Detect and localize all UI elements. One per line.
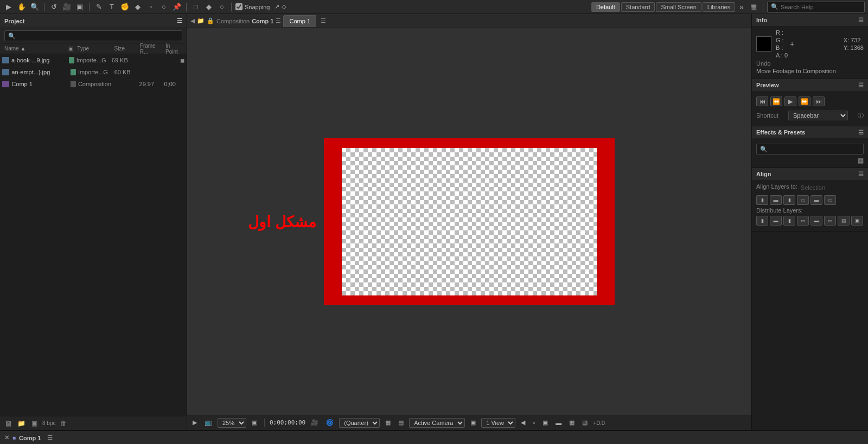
color-swatch[interactable] (756, 36, 771, 52)
quality-dropdown[interactable]: (Quarter) (339, 418, 380, 428)
new-comp-icon[interactable]: ▩ (3, 419, 13, 428)
distribute-label: Distribute Layers: (756, 207, 803, 214)
timeline-comp-icon: ■ (12, 435, 16, 441)
workspace-small-screen[interactable]: Small Screen (656, 2, 701, 12)
align-top-btn[interactable]: ▭ (797, 195, 809, 205)
snapping-icon-2[interactable]: ◇ (282, 3, 286, 10)
file-row[interactable]: a-book-...9.jpg Importe...G 69 KB ◼ (0, 54, 187, 66)
file-color-label (71, 69, 76, 75)
align-hcenter-btn[interactable]: ▬ (770, 195, 782, 205)
timeline-close-icon[interactable]: ✕ (4, 434, 9, 441)
effects-options-icon[interactable]: ▦ (756, 157, 864, 164)
workspace-standard[interactable]: Standard (621, 2, 655, 12)
snapping-checkbox[interactable] (235, 3, 242, 10)
comp-tab-comp1[interactable]: Comp 1 (283, 15, 316, 27)
prev-frame-btn[interactable]: ⏪ (770, 96, 782, 106)
skip-first-btn[interactable]: ⏮ (756, 96, 768, 106)
dist-left-btn[interactable]: ▮ (756, 216, 768, 226)
hand-tool-icon[interactable]: ✋ (16, 2, 27, 12)
camera-icon[interactable]: 🎥 (61, 2, 72, 12)
pen-tool-icon[interactable]: ✎ (93, 2, 104, 12)
color-icon-viewer[interactable]: 🌀 (324, 418, 336, 427)
workspace-default[interactable]: Default (591, 2, 620, 12)
dist-hcenter-btn[interactable]: ▬ (770, 216, 782, 226)
breadcrumb-menu-icon[interactable]: ☰ (276, 17, 281, 24)
top-toolbar: ▶ ✋ 🔍 ↺ 🎥 ▣ ✎ T ✊ ◆ ▫ ○ 📌 □ ◆ ○ Snapping… (0, 0, 868, 14)
col-name: Name ▲ (2, 46, 66, 52)
draft-icon[interactable]: ▦ (383, 418, 393, 427)
ellipse-tool-icon[interactable]: ○ (216, 2, 227, 12)
grid-icon[interactable]: ▦ (567, 418, 577, 427)
camera-icon-viewer[interactable]: 🎥 (309, 418, 321, 427)
camera-dropdown[interactable]: Active Camera (409, 418, 465, 428)
shortcut-info-icon[interactable]: ⓘ (858, 112, 864, 120)
align-right-btn[interactable]: ▮ (783, 195, 795, 205)
dist-right-btn[interactable]: ▮ (783, 216, 795, 226)
region-icon[interactable]: ▧ (580, 418, 590, 427)
viewer-options-icon[interactable]: ▶ (190, 418, 199, 427)
main-layout: Project ☰ Name ▲ ▣ Type Size Frame R... … (0, 14, 868, 430)
workspace-libraries[interactable]: Libraries (703, 2, 735, 12)
dist-top-btn[interactable]: ▭ (797, 216, 809, 226)
new-item-icon[interactable]: ▣ (29, 419, 39, 428)
roto-tool-icon[interactable]: ○ (158, 2, 169, 12)
shortcut-select[interactable]: Spacebar (788, 111, 848, 120)
viewer-monitor-icon[interactable]: 📺 (202, 418, 214, 427)
align-left-btn[interactable]: ▮ (756, 195, 768, 205)
more-workspaces-icon[interactable]: » (736, 2, 747, 12)
effects-search-input[interactable] (756, 144, 864, 155)
dist-bottom-btn[interactable]: ▭ (824, 216, 836, 226)
workspace-menu-icon[interactable]: ▦ (748, 2, 759, 12)
snapping-icon-1[interactable]: ↗ (275, 3, 279, 10)
brush-tool-icon[interactable]: ✊ (119, 2, 130, 12)
undo-action: Move Footage to Composition (756, 68, 864, 74)
view-dropdown[interactable]: 1 View (481, 418, 515, 428)
search-help-input[interactable] (781, 4, 861, 10)
pin-tool-icon[interactable]: 📌 (171, 2, 182, 12)
dist-vcenter-btn[interactable]: ▬ (810, 216, 822, 226)
clone-tool-icon[interactable]: ◆ (132, 2, 143, 12)
shape-tool-icon[interactable]: □ (190, 2, 201, 12)
file-in: 0;00 (164, 81, 184, 87)
view-selector-icon[interactable]: ▣ (468, 418, 478, 427)
select2-icon[interactable]: ▣ (74, 2, 85, 12)
fit-btn[interactable]: ▣ (250, 418, 259, 427)
next-frame-btn[interactable]: ⏩ (799, 96, 810, 106)
project-header: Project ☰ (0, 14, 187, 28)
text-tool-icon[interactable]: T (106, 2, 117, 12)
file-row[interactable]: an-empt...}.jpg Importe...G 60 KB (0, 66, 187, 78)
select-tool-icon[interactable]: ▶ (3, 2, 14, 12)
zoom-tool-icon[interactable]: 🔍 (29, 2, 40, 12)
project-search-input[interactable] (4, 30, 182, 41)
align-bottom-btn[interactable]: ▭ (824, 195, 836, 205)
skip-last-btn[interactable]: ⏭ (813, 96, 825, 106)
view-options-icon[interactable]: ◀ (519, 418, 527, 427)
breadcrumb-folder-icon: 📁 (197, 17, 205, 24)
align-menu-icon[interactable]: ☰ (858, 171, 864, 178)
bpc-label: 8 bpc (42, 420, 55, 426)
lock-view-icon[interactable]: ▫ (531, 419, 537, 427)
effects-menu-icon[interactable]: ☰ (858, 129, 864, 136)
zoom-dropdown[interactable]: 25% (218, 418, 246, 428)
snapshot-icon[interactable]: ▣ (540, 418, 550, 427)
new-folder-icon[interactable]: 📁 (16, 419, 26, 428)
project-menu-icon[interactable]: ☰ (177, 17, 182, 24)
nav-left-icon[interactable]: ◀ (190, 17, 195, 24)
compare-icon[interactable]: ▬ (553, 419, 564, 427)
preview-menu-icon[interactable]: ☰ (858, 82, 864, 89)
dist-extra2-btn[interactable]: ▣ (851, 216, 863, 226)
info-menu-icon[interactable]: ☰ (858, 17, 864, 24)
project-search-area (0, 28, 187, 43)
comp-tab-menu-icon[interactable]: ☰ (321, 17, 326, 24)
undo-icon[interactable]: ↺ (48, 2, 59, 12)
star-tool-icon[interactable]: ◆ (203, 2, 214, 12)
timeline-menu-icon[interactable]: ☰ (47, 434, 53, 441)
delete-icon[interactable]: 🗑 (59, 419, 68, 428)
dist-extra-btn[interactable]: ▤ (838, 216, 850, 226)
transparent-icon[interactable]: ▤ (396, 418, 406, 427)
file-fps: 29.97 (139, 81, 164, 87)
play-btn[interactable]: ▶ (784, 96, 796, 106)
eraser-tool-icon[interactable]: ▫ (145, 2, 156, 12)
file-row[interactable]: Comp 1 Composition 29.97 0;00 (0, 78, 187, 90)
align-vcenter-btn[interactable]: ▬ (810, 195, 822, 205)
